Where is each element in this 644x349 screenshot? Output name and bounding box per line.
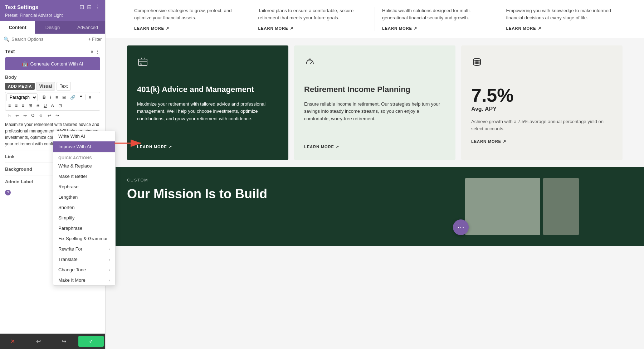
undo-button[interactable]: ↩ [26, 336, 52, 347]
make-it-more-arrow: › [109, 278, 110, 282]
undo-editor-button[interactable]: ↩ [46, 112, 53, 119]
cancel-button[interactable]: ✕ [0, 336, 26, 347]
rtl-button[interactable]: ⇐ [14, 112, 21, 119]
justify-button[interactable]: ≡ [20, 102, 26, 109]
search-input[interactable] [11, 37, 86, 42]
ordered-list-button[interactable]: ⊟ [60, 94, 68, 101]
card-link-apy[interactable]: LEARN MORE [471, 139, 613, 144]
paragraph-select[interactable]: Paragraph Heading 1 Heading 2 [6, 93, 38, 101]
ai-dropdown-menu: Write With AI Improve With AI Quick Acti… [53, 131, 116, 286]
tab-content[interactable]: Content [0, 21, 35, 34]
menu-fix-spelling[interactable]: Fix Spelling & Grammar [53, 233, 115, 244]
special-char-button[interactable]: Ω [29, 112, 36, 119]
indent-button[interactable]: ⇒ [21, 112, 29, 119]
editor-toolbar-top: ADD MEDIA Visual Text [5, 82, 100, 91]
menu-shorten[interactable]: Shorten [53, 202, 115, 213]
section-more-icon[interactable]: ⋮ [95, 49, 100, 54]
stat-number: 7.5% [471, 84, 613, 106]
unordered-list-button[interactable]: ≡ [54, 94, 60, 101]
service-card-apy: 7.5% Avg. APY Achieve growth with a 7.5%… [461, 45, 623, 160]
help-icon[interactable]: ? [5, 190, 11, 195]
top-card-3: Holistic wealth solutions designed for m… [375, 7, 499, 31]
align-right-button[interactable]: ≡ [13, 102, 19, 109]
bold-button[interactable]: B [41, 94, 48, 101]
subscript-button[interactable]: T₁ [5, 112, 13, 119]
menu-write-with-ai[interactable]: Write With AI [53, 131, 115, 141]
bottom-image-2 [543, 178, 579, 235]
menu-make-it-more[interactable]: Make It More › [53, 275, 115, 285]
text-section-title: Text [5, 49, 15, 54]
underline-button[interactable]: U [42, 102, 49, 109]
card-icon-retirement [304, 56, 445, 70]
menu-write-replace[interactable]: Write & Replace [53, 161, 115, 171]
strikethrough-button[interactable]: S [35, 102, 41, 109]
learn-more-link-2[interactable]: LEARN MORE [258, 26, 293, 30]
more-icon[interactable]: ⋮ [94, 4, 100, 10]
card-text-401k: Maximize your retirement with tailored a… [137, 101, 278, 137]
svg-point-7 [308, 58, 311, 61]
ai-generate-icon: 🤖 [22, 61, 28, 67]
stat-desc: Achieve growth with a 7.5% average annua… [471, 118, 613, 132]
generate-content-button[interactable]: 🤖 Generate Content With AI [5, 57, 100, 70]
redo-editor-button[interactable]: ↪ [54, 112, 61, 119]
editor-toolbar-2: T₁ ⇐ ⇒ Ω ☺ ↩ ↪ [5, 112, 100, 119]
italic-button[interactable]: I [48, 94, 53, 101]
learn-more-link-3[interactable]: LEARN MORE [382, 26, 417, 30]
search-icon: 🔍 [4, 37, 9, 42]
menu-paraphrase[interactable]: Paraphrase [53, 223, 115, 233]
menu-lengthen[interactable]: Lengthen [53, 192, 115, 202]
visual-view-button[interactable]: Visual [36, 82, 55, 91]
panel-preset[interactable]: Preset: Financial Advisor Light [5, 13, 63, 18]
left-panel: Text Settings ⊡ ⊟ ⋮ Preset: Financial Ad… [0, 0, 106, 349]
translate-arrow: › [109, 257, 110, 262]
card-link-retirement[interactable]: LEARN MORE [304, 145, 445, 149]
menu-rephrase[interactable]: Rephrase [53, 181, 115, 192]
fab-button[interactable]: ⋯ [453, 219, 469, 235]
top-card-4: Empowering you with knowledge to make in… [499, 7, 623, 31]
columns-icon[interactable]: ⊟ [87, 4, 92, 10]
main-content: Comprehensive strategies to grow, protec… [106, 0, 644, 349]
quote-button[interactable]: ❝ [78, 94, 84, 101]
card-link-401k[interactable]: LEARN MORE [137, 145, 278, 149]
align-left-button[interactable]: ≡ [87, 94, 93, 101]
link-button[interactable]: 🔗 [68, 94, 77, 101]
text-view-button[interactable]: Text [57, 82, 71, 91]
emoji-button[interactable]: ☺ [37, 112, 45, 119]
panel-header-icons: ⊡ ⊟ ⋮ [79, 4, 100, 10]
top-card-2: Tailored plans to ensure a comfortable, … [251, 7, 375, 31]
table-button[interactable]: ⊞ [27, 102, 34, 109]
menu-simplify[interactable]: Simplify [53, 213, 115, 223]
link-label: Link [5, 154, 15, 159]
bottom-toolbar: ✕ ↩ ↪ ✓ [0, 334, 105, 349]
svg-text:$: $ [140, 62, 142, 66]
add-media-button[interactable]: ADD MEDIA [5, 83, 35, 90]
editor-toolbar-format: Paragraph Heading 1 Heading 2 B I ≡ ⊟ 🔗 … [5, 92, 100, 111]
card-icon-401k: $ [137, 56, 278, 70]
align-center-button[interactable]: ≡ [6, 102, 13, 109]
filter-button[interactable]: + Filter [88, 37, 102, 42]
tab-design[interactable]: Design [35, 21, 70, 34]
body-label: Body [5, 74, 100, 80]
save-button[interactable]: ✓ [78, 336, 104, 347]
menu-translate[interactable]: Translate › [53, 254, 115, 265]
card-title-retirement: Retirement Income Planning [304, 84, 445, 95]
panel-title: Text Settings [5, 4, 38, 10]
tab-advanced[interactable]: Advanced [70, 21, 105, 34]
more-format-button[interactable]: ⊡ [57, 102, 64, 109]
menu-make-better[interactable]: Make It Better [53, 171, 115, 181]
panel-header: Text Settings ⊡ ⊟ ⋮ Preset: Financial Ad… [0, 0, 105, 21]
text-color-button[interactable]: A [49, 102, 56, 109]
rewrite-for-arrow: › [109, 247, 110, 251]
change-tone-arrow: › [109, 268, 110, 272]
learn-more-link-4[interactable]: LEARN MORE [506, 26, 541, 30]
menu-improve-with-ai[interactable]: Improve With AI [53, 141, 115, 152]
redo-button[interactable]: ↪ [51, 336, 77, 347]
panel-tabs: Content Design Advanced [0, 21, 105, 34]
learn-more-link-1[interactable]: LEARN MORE [134, 26, 169, 30]
menu-change-tone[interactable]: Change Tone › [53, 265, 115, 275]
collapse-icon[interactable]: ∧ [90, 49, 94, 54]
bottom-section: CUSTOM Our Mission Is to Build ⋯ [106, 167, 644, 246]
expand-icon[interactable]: ⊡ [79, 4, 84, 10]
stat-label: Avg. APY [471, 106, 613, 112]
menu-rewrite-for[interactable]: Rewrite For › [53, 244, 115, 254]
